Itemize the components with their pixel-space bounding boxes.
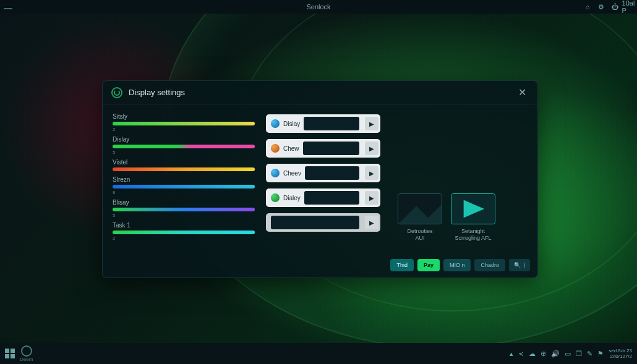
slider-label: Dislay — [113, 136, 255, 143]
tray-volume-icon[interactable]: 🔊 — [551, 350, 560, 358]
taskbar: Deem ▴ ≺ ☁ ⊕ 🔊 ▭ ❐ ✎ ⚑ sed 8dr 23 2d0/12… — [0, 343, 637, 364]
globe-icon — [271, 169, 280, 177]
chevron-right-icon[interactable]: ▶ — [365, 117, 378, 130]
slider-value: 2 — [113, 127, 255, 132]
slider-label: Slrezn — [113, 176, 255, 183]
slider-value: 8 — [113, 190, 255, 195]
slider-track[interactable] — [113, 145, 255, 148]
chevron-right-icon[interactable]: ▶ — [365, 142, 378, 155]
task-circle-button[interactable]: Deem — [20, 345, 33, 362]
system-topbar: Senlock ⌂ ⚙ ⏻ 10al P — [0, 0, 637, 14]
slider-label: Blisay — [113, 199, 255, 206]
preview-label: Setanight Scrregling AFL — [455, 228, 491, 242]
dropdowns-column: Dislay ▶ Chew ▶ Cheev ▶ Dialey ▶ — [266, 113, 380, 253]
tray-settings-icon[interactable]: ⚙ — [597, 3, 605, 11]
footer-button-pay[interactable]: Pay — [417, 259, 440, 271]
footer-search-button[interactable]: 🔍 ⟩ — [509, 259, 530, 271]
dropdown-label: Chew — [283, 145, 299, 152]
tray-headset-icon[interactable]: ⊕ — [541, 350, 546, 358]
footer-button-mio[interactable]: MIO n — [443, 259, 471, 271]
slider-value: 5 — [113, 150, 255, 155]
slider-track[interactable] — [113, 208, 255, 211]
slider-label: Vistel — [113, 159, 255, 166]
previews-column: Detrooties AUI Setanight Scrregling AFL — [391, 113, 528, 253]
dropdown-label: Cheev — [283, 170, 301, 177]
preview-label: Detrooties AUI — [407, 228, 432, 242]
slider-label: Task 1 — [113, 222, 255, 229]
tray-up-icon[interactable]: ▴ — [510, 350, 513, 358]
dropdown-cheev[interactable]: Cheev ▶ — [266, 164, 380, 182]
dropdown-dislay[interactable]: Dislay ▶ — [266, 114, 380, 133]
slider-track[interactable] — [113, 185, 255, 188]
slider-vistel[interactable]: Vistel — [113, 159, 255, 172]
globe-icon — [271, 119, 280, 128]
slider-dislay[interactable]: Dislay 5 — [113, 136, 255, 155]
slider-blisay[interactable]: Blisay 5 — [113, 199, 255, 218]
dropdown-empty[interactable]: ▶ — [266, 213, 380, 232]
tray-overlay-icon[interactable]: ❐ — [576, 350, 582, 358]
dropdown-value[interactable] — [303, 142, 359, 155]
footer-button-thid[interactable]: Thid — [390, 259, 414, 271]
slider-track[interactable] — [113, 231, 255, 234]
footer-button-chadro[interactable]: Chadro — [474, 259, 505, 271]
preview-thumbnail[interactable] — [451, 193, 495, 224]
tray-flag-icon[interactable]: ⚑ — [597, 350, 604, 358]
slider-track[interactable] — [113, 122, 255, 125]
dropdown-value[interactable] — [305, 166, 359, 180]
dropdown-chew[interactable]: Chew ▶ — [266, 139, 380, 158]
tray-power-icon[interactable]: ⏻ — [611, 3, 618, 11]
preview-thumbnail[interactable] — [398, 193, 442, 224]
topbar-title: Senlock — [306, 3, 330, 11]
preview-detrooties[interactable]: Detrooties AUI — [398, 193, 442, 242]
preview-setanight[interactable]: Setanight Scrregling AFL — [451, 193, 495, 242]
window-body: Sitsly 2 Dislay 5 Vistel Slrezn 8 Blisay — [103, 104, 537, 258]
taskbar-clock[interactable]: sed 8dr 23 2d0/127/2 — [609, 348, 632, 359]
circle-icon — [21, 345, 32, 357]
app-logo-icon — [111, 87, 122, 98]
slider-value: 5 — [113, 213, 255, 218]
tray-monitor-icon[interactable]: ▭ — [565, 350, 571, 358]
globe-icon — [271, 193, 280, 202]
slider-value: 2 — [113, 235, 255, 241]
chevron-right-icon[interactable]: ▶ — [365, 166, 378, 180]
window-titlebar[interactable]: Display settings ✕ — [103, 81, 537, 104]
window-footer: Thid Pay MIO n Chadro 🔍 ⟩ — [103, 258, 537, 277]
tray-app-icon[interactable]: ⌂ — [584, 3, 591, 11]
start-button[interactable] — [5, 349, 15, 358]
slider-label: Sitsly — [113, 113, 255, 120]
tray-share-icon[interactable]: ≺ — [518, 350, 524, 358]
close-button[interactable]: ✕ — [516, 84, 529, 101]
display-settings-window: Display settings ✕ Sitsly 2 Dislay 5 Vis… — [102, 80, 538, 278]
dropdown-dialey[interactable]: Dialey ▶ — [266, 188, 380, 207]
topbar-clock: 10al P — [625, 3, 632, 11]
slider-task-1[interactable]: Task 1 2 — [113, 222, 255, 241]
dropdown-label: Dislay — [283, 121, 300, 127]
system-tray: ▴ ≺ ☁ ⊕ 🔊 ▭ ❐ ✎ ⚑ sed 8dr 23 2d0/127/2 — [510, 348, 632, 359]
slider-track[interactable] — [113, 167, 255, 171]
tray-pen-icon[interactable]: ✎ — [587, 350, 592, 358]
chevron-right-icon[interactable]: ▶ — [365, 191, 378, 205]
sliders-column: Sitsly 2 Dislay 5 Vistel Slrezn 8 Blisay — [113, 113, 255, 253]
chevron-right-icon[interactable]: ▶ — [365, 216, 378, 229]
tray-cloud-icon[interactable]: ☁ — [529, 350, 536, 358]
globe-icon — [271, 144, 280, 153]
slider-slrezn[interactable]: Slrezn 8 — [113, 176, 255, 195]
dropdown-value[interactable] — [304, 117, 359, 130]
dropdown-value[interactable] — [304, 191, 359, 205]
slider-sitsly[interactable]: Sitsly 2 — [113, 113, 255, 132]
dropdown-value[interactable] — [271, 216, 359, 229]
window-title: Display settings — [129, 88, 185, 97]
dropdown-label: Dialey — [283, 195, 301, 201]
menu-icon[interactable] — [4, 4, 12, 9]
